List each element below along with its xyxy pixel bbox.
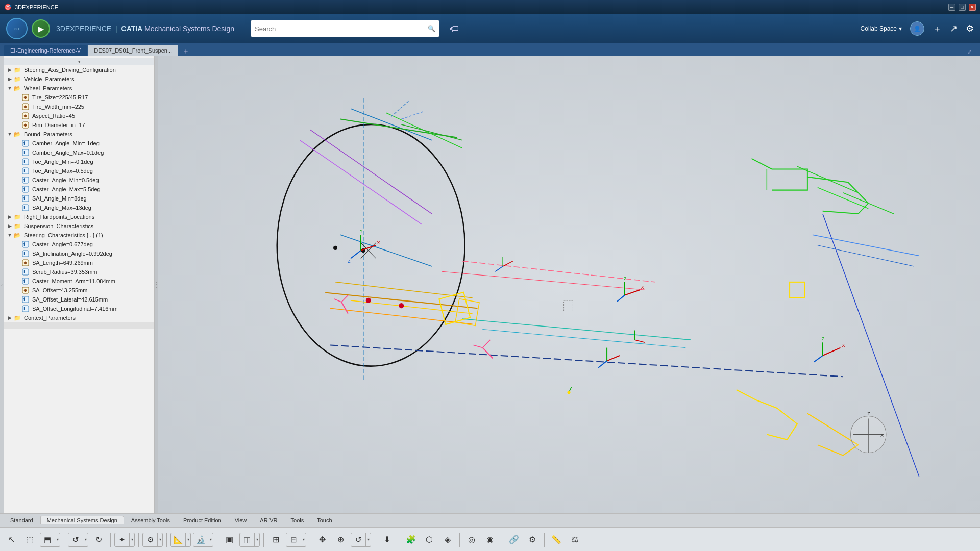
search-input[interactable]	[255, 25, 428, 33]
tree-expander-icon[interactable]: ▶	[6, 76, 13, 83]
snap-button[interactable]: ✦	[115, 533, 129, 546]
tree-item[interactable]: ▼📂Wheel_Parameters	[4, 84, 154, 93]
tree-expander-icon[interactable]: ▶	[6, 66, 13, 73]
tree-item[interactable]: ⊕SA_Length=649.269mm	[4, 258, 154, 267]
tab-touch[interactable]: Touch	[311, 516, 338, 524]
tree-item[interactable]: fSA_Inclination_Angle=0.992deg	[4, 249, 154, 258]
settings-arrow[interactable]: ▾	[157, 533, 162, 546]
settings-icon[interactable]: ⚙	[966, 23, 974, 34]
share-icon[interactable]: ↗	[950, 23, 958, 34]
tree-item[interactable]: ▶📁Steering_Axis_Driving_Configuration	[4, 65, 154, 74]
tree-item[interactable]: fCamber_Angle_Max=0.1deg	[4, 148, 154, 157]
tree-item[interactable]: fCaster_Angle=0.677deg	[4, 240, 154, 249]
bookmark-icon[interactable]: 🏷	[450, 23, 459, 34]
display-mode-button[interactable]: ▣	[221, 532, 237, 548]
render-button[interactable]: ◉	[482, 532, 498, 548]
tree-expander-icon[interactable]: ▼	[6, 131, 13, 138]
tab-des07[interactable]: DES07_DS01_Front_Suspen...	[88, 45, 178, 56]
tree-item[interactable]: fCaster_Moment_Arm=11.084mm	[4, 277, 154, 286]
tab-mechanical-systems-design[interactable]: Mechanical Systems Design	[40, 516, 124, 524]
tree-item[interactable]: ⊕Aspect_Ratio=45	[4, 111, 154, 120]
select-tool-button[interactable]: ⬚	[21, 532, 38, 548]
tree-item[interactable]: ⊕Tire_Width_mm=225	[4, 102, 154, 111]
tab-ei-engineering[interactable]: EI-Engineering-Reference-V	[4, 45, 87, 56]
expand-viewport-button[interactable]: ⤢	[965, 47, 974, 56]
tree-item[interactable]: fCamber_Angle_Min=-1deg	[4, 139, 154, 148]
measure-dropdown[interactable]: 📐 ▾	[170, 533, 191, 547]
shape-button[interactable]: ◈	[439, 532, 456, 548]
tree-item[interactable]: ▼📂Bound_Parameters	[4, 130, 154, 139]
tree-item[interactable]: fSAI_Angle_Min=8deg	[4, 194, 154, 203]
left-edge-handle[interactable]: ‹	[0, 56, 4, 513]
component-button[interactable]: 🧩	[403, 532, 419, 548]
assembly-dropdown[interactable]: ⊟ ▾	[286, 533, 306, 547]
add-icon[interactable]: ＋	[933, 22, 942, 35]
assembly-btn[interactable]: ⊟	[286, 533, 301, 546]
part-button[interactable]: ⬡	[421, 532, 437, 548]
tree-item[interactable]: fToe_Angle_Min=-0.1deg	[4, 157, 154, 166]
tab-ar-vr[interactable]: AR-VR	[254, 516, 283, 524]
move-button[interactable]: ✥	[314, 532, 330, 548]
measure-button[interactable]: 📐	[171, 533, 185, 546]
kinematic-button[interactable]: ⚙	[524, 532, 541, 548]
tab-standard[interactable]: Standard	[4, 516, 39, 524]
undo-button[interactable]: ↺	[68, 533, 83, 546]
tab-view[interactable]: View	[229, 516, 253, 524]
undo-arrow[interactable]: ▾	[83, 533, 88, 546]
settings-dropdown[interactable]: ⚙ ▾	[142, 533, 163, 547]
settings-btn[interactable]: ⚙	[143, 533, 157, 546]
tab-add-button[interactable]: ＋	[179, 47, 192, 56]
select-dropdown[interactable]: ⬒ ▾	[40, 533, 60, 547]
down-arrow-button[interactable]: ⬇	[379, 532, 395, 548]
compass-button[interactable]: ⊕	[332, 532, 349, 548]
multiselect-button[interactable]: ⬒	[40, 533, 55, 546]
tab-product-edition[interactable]: Product Edition	[177, 516, 228, 524]
tree-expander-icon[interactable]: ▼	[6, 85, 13, 92]
tree-item[interactable]: fToe_Angle_Max=0.5deg	[4, 166, 154, 176]
tree-item[interactable]: ▶📁Context_Parameters	[4, 313, 154, 322]
tree-top-handle[interactable]: ▾	[4, 58, 154, 65]
display-dropdown[interactable]: ◫ ▾	[239, 533, 260, 547]
search-icon[interactable]: 🔍	[428, 25, 435, 32]
tree-expander-icon[interactable]: ▶	[6, 222, 13, 230]
tree-expander-icon[interactable]: ▶	[6, 314, 13, 321]
tree-item[interactable]: ▶📁Right_Hardpoints_Locations	[4, 212, 154, 221]
assembly-arrow[interactable]: ▾	[301, 533, 306, 546]
tab-tools[interactable]: Tools	[285, 516, 310, 524]
analyze-dropdown[interactable]: 🔬 ▾	[193, 533, 213, 547]
user-avatar[interactable]: 👤	[910, 21, 924, 36]
search-bar[interactable]: 🔍	[251, 20, 439, 37]
redo-button[interactable]: ↻	[90, 532, 107, 548]
rotate-arrow[interactable]: ▾	[365, 533, 371, 546]
rotate-btn[interactable]: ↺	[351, 533, 365, 546]
snap-arrow[interactable]: ▾	[129, 533, 134, 546]
analyze2-button[interactable]: ⚖	[567, 532, 583, 548]
collab-space-button[interactable]: Collab Space ▾	[861, 25, 902, 32]
measure-arrow[interactable]: ▾	[185, 533, 190, 546]
constraint-button[interactable]: ⊞	[267, 532, 284, 548]
tree-item[interactable]: ⊕Tire_Size=225/45 R17	[4, 93, 154, 102]
tree-item[interactable]: fSA_Offset_Lateral=42.615mm	[4, 295, 154, 304]
tree-item[interactable]: fCaster_Angle_Max=5.5deg	[4, 185, 154, 194]
tree-item[interactable]: ⊕SA_Offset=43.255mm	[4, 286, 154, 295]
tree-expander-icon[interactable]: ▶	[6, 213, 13, 220]
cursor-tool-button[interactable]: ↖	[3, 532, 19, 548]
tree-item[interactable]: fCaster_Angle_Min=0.5deg	[4, 176, 154, 185]
analyze-arrow[interactable]: ▾	[208, 533, 213, 546]
tree-item[interactable]: fSA_Offset_Longitudinal=7.416mm	[4, 304, 154, 313]
tree-item[interactable]: fScrub_Radius=39.353mm	[4, 267, 154, 277]
close-button[interactable]: ✕	[969, 4, 976, 11]
tree-expander-icon[interactable]: ▼	[6, 232, 13, 239]
multiselect-arrow[interactable]: ▾	[55, 533, 60, 546]
maximize-button[interactable]: □	[959, 4, 966, 11]
tree-item[interactable]: ▶📁Vehicle_Parameters	[4, 74, 154, 84]
measure2-button[interactable]: 📏	[548, 532, 565, 548]
tree-item[interactable]: ⊕Rim_Diameter_in=17	[4, 120, 154, 130]
material-button[interactable]: ◎	[463, 532, 480, 548]
tree-item[interactable]: ▼📂Steering_Characteristics [...] (1)	[4, 231, 154, 240]
undo-dropdown[interactable]: ↺ ▾	[68, 533, 88, 547]
tab-assembly-tools[interactable]: Assembly Tools	[125, 516, 176, 524]
link-button[interactable]: 🔗	[506, 532, 522, 548]
display-btn[interactable]: ◫	[240, 533, 254, 546]
viewport[interactable]: X Y Z X Z	[158, 56, 980, 513]
